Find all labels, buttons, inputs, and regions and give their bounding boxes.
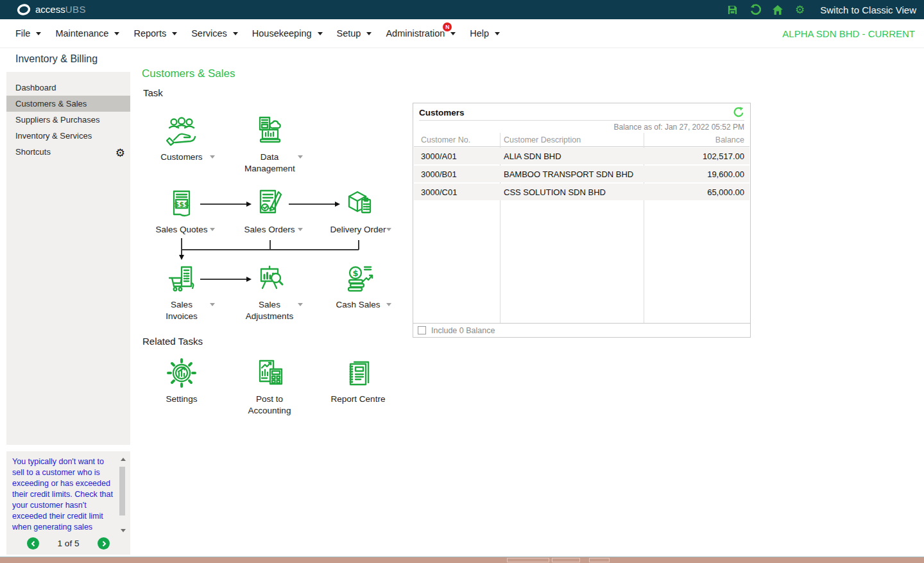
access-logo-icon (17, 4, 31, 15)
module-title: Inventory & Billing (15, 53, 98, 65)
sidebar-item-dashboard[interactable]: Dashboard (6, 80, 130, 96)
customers-panel: Customers Balance as of: Jan 27, 2022 05… (413, 103, 751, 338)
task-report-centre[interactable]: Report Centre (316, 356, 400, 405)
task-label: Cash Sales (336, 300, 380, 309)
task-sales-invoices[interactable]: Sales Invoices (139, 262, 224, 322)
home-icon[interactable] (771, 4, 783, 16)
svg-text:$$$: $$$ (175, 200, 189, 209)
gear-icon[interactable]: ⚙ (116, 145, 125, 161)
chevron-down-icon (450, 32, 456, 35)
task-label: Settings (166, 394, 198, 404)
tip-prev-button[interactable] (27, 537, 39, 550)
task-label: Delivery Order (330, 225, 386, 234)
refresh-icon[interactable] (733, 107, 744, 118)
scroll-down-icon[interactable] (121, 529, 126, 532)
title-bar: accessUBS ⚙ Switch to Classic View (0, 0, 924, 19)
sidebar-nav: Dashboard Customers & Sales Suppliers & … (6, 72, 130, 445)
menu-reports[interactable]: Reports (133, 28, 177, 39)
menu-services[interactable]: Services (191, 28, 238, 39)
chevron-down-icon (114, 32, 119, 35)
app-logo: accessUBS (17, 4, 86, 15)
chevron-down-icon[interactable] (298, 228, 303, 231)
sales-adjustments-icon (253, 262, 286, 295)
col-balance: Balance (644, 135, 749, 144)
cell-customer-description: CSS SOLUTION SDN BHD (500, 187, 644, 197)
task-sales-quotes[interactable]: $$$ Sales Quotes (139, 187, 224, 236)
refresh-icon[interactable] (749, 4, 761, 16)
cash-sales-icon: $ (341, 262, 375, 295)
tip-text: You typically don't want to sell to a cu… (12, 456, 114, 532)
menu-help[interactable]: Help (470, 28, 500, 39)
task-label: Customers (160, 152, 202, 162)
chevron-down-icon[interactable] (298, 155, 303, 159)
sidebar-item-shortcuts[interactable]: Shortcuts ⚙ (6, 144, 130, 160)
menu-setup[interactable]: Setup (337, 28, 372, 39)
chevron-down-icon (172, 32, 177, 35)
save-icon[interactable] (726, 4, 739, 16)
scroll-up-icon[interactable] (121, 458, 126, 461)
task-label: Sales Orders (244, 225, 295, 234)
switch-to-classic-view-button[interactable]: Switch to Classic View (820, 4, 916, 15)
menu-maintenance[interactable]: Maintenance (55, 28, 119, 39)
brand-ubs: UBS (65, 4, 86, 15)
task-label: Sales Invoices (157, 299, 207, 322)
company-name: ALPHA SDN BHD - CURRENT (782, 28, 915, 39)
tip-scrollbar[interactable] (119, 456, 127, 533)
task-section-label: Task (143, 87, 163, 98)
chevron-down-icon[interactable] (386, 228, 391, 231)
tip-next-button[interactable] (98, 537, 110, 550)
gear-icon[interactable]: ⚙ (794, 4, 806, 16)
chevron-down-icon[interactable] (210, 303, 215, 306)
chevron-down-icon[interactable] (210, 155, 215, 159)
scrollbar-thumb[interactable] (119, 467, 125, 515)
svg-text:$: $ (352, 268, 358, 278)
task-cash-sales[interactable]: $ Cash Sales (316, 262, 400, 311)
task-sales-orders[interactable]: Sales Orders (227, 187, 312, 236)
customers-icon (165, 114, 198, 148)
task-label: Post to Accounting (244, 394, 295, 417)
menu-housekeeping[interactable]: Housekeeping (252, 28, 323, 39)
report-centre-icon (341, 356, 375, 390)
tip-panel: You typically don't want to sell to a cu… (6, 451, 130, 555)
include-zero-balance-checkbox[interactable] (418, 326, 426, 334)
chevron-down-icon[interactable] (298, 303, 303, 306)
task-delivery-order[interactable]: Delivery Order (316, 187, 400, 236)
cell-customer-no: 3000/A01 (414, 152, 500, 161)
col-customer-no: Customer No. (414, 135, 500, 144)
chevron-down-icon (233, 32, 238, 35)
cell-balance: 19,600.00 (644, 169, 749, 179)
desktop-taskbar-edge (0, 557, 924, 563)
task-sales-adjustments[interactable]: Sales Adjustments (227, 262, 312, 322)
cell-balance: 65,000.00 (644, 187, 749, 197)
related-tasks-label: Related Tasks (142, 336, 203, 347)
notification-badge: N (443, 22, 452, 31)
task-post-to-accounting[interactable]: Post to Accounting (227, 356, 312, 417)
cell-customer-description: BAMBOO TRANSPORT SDN BHD (500, 169, 644, 179)
col-customer-description: Customer Description (500, 135, 644, 144)
task-data-management[interactable]: Data Management (227, 114, 312, 175)
menu-file[interactable]: File (15, 28, 41, 39)
chevron-down-icon (495, 32, 500, 35)
chevron-down-icon (366, 32, 372, 35)
chevron-down-icon[interactable] (386, 303, 391, 306)
balance-as-of: Balance as of: Jan 27, 2022 05:52 PM (614, 123, 744, 132)
table-row[interactable]: 3000/B01 BAMBOO TRANSPORT SDN BHD 19,600… (414, 166, 749, 182)
table-row[interactable]: 3000/A01 ALIA SDN BHD 102,517.00 (414, 148, 749, 164)
task-settings[interactable]: Settings (139, 356, 224, 405)
task-customers[interactable]: Customers (139, 114, 224, 163)
sidebar-item-customers-sales[interactable]: Customers & Sales (6, 96, 130, 112)
table-row[interactable]: 3000/C01 CSS SOLUTION SDN BHD 65,000.00 (414, 184, 749, 200)
sidebar-item-suppliers-purchases[interactable]: Suppliers & Purchases (6, 112, 130, 128)
brand-access: access (35, 4, 65, 15)
panel-title: Customers (419, 108, 465, 117)
table-header: Customer No. Customer Description Balanc… (414, 133, 749, 147)
task-label: Data Management (244, 152, 295, 175)
menu-administration[interactable]: AdministrationN (386, 28, 456, 39)
task-label: Sales Quotes (155, 225, 207, 234)
chevron-down-icon (318, 32, 323, 35)
chevron-down-icon (36, 32, 41, 35)
sidebar-item-inventory-services[interactable]: Inventory & Services (6, 128, 130, 144)
post-to-accounting-icon (253, 356, 286, 390)
cell-balance: 102,517.00 (644, 152, 749, 161)
chevron-down-icon[interactable] (210, 228, 215, 231)
